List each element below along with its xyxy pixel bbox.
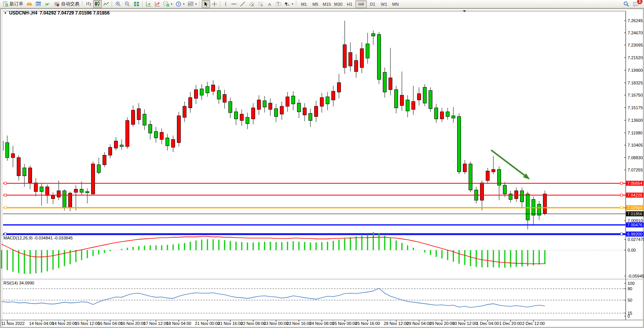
cursor-button[interactable]	[202, 0, 210, 8]
candle	[458, 116, 461, 172]
toolbar-grip[interactable]	[296, 1, 297, 7]
time-tick-label: 22 Nov 08:00	[241, 321, 265, 326]
candle	[395, 90, 398, 108]
line-chart-button[interactable]	[102, 0, 111, 8]
timeframe-D1[interactable]: D1	[367, 0, 378, 8]
crosshair-button[interactable]	[210, 0, 219, 8]
timeframe-H4[interactable]: H4	[355, 0, 367, 8]
candle	[200, 89, 204, 95]
candle	[103, 155, 106, 165]
horizontal-line-icon	[231, 1, 237, 7]
timeframe-M15[interactable]: M15	[321, 0, 332, 8]
price-tick-label: 7.21520	[628, 55, 643, 60]
candle	[303, 108, 307, 115]
time-tick-label: 29 Nov 20:00	[429, 321, 454, 326]
line-handle[interactable]	[620, 207, 623, 209]
indicators-button[interactable]	[144, 0, 153, 8]
candle	[23, 168, 26, 176]
auto-trading-icon	[54, 1, 60, 7]
candle	[526, 194, 530, 220]
candle	[246, 117, 249, 124]
candlestick-chart-button[interactable]	[93, 0, 102, 8]
candle	[257, 100, 261, 110]
main-toolbar: 新订单 自动交易 ▾ ▾	[0, 0, 644, 8]
horizontal-line-button[interactable]	[230, 0, 238, 8]
cursor-icon	[203, 1, 209, 7]
candle	[309, 113, 312, 121]
candle	[440, 112, 444, 119]
line-handle[interactable]	[620, 233, 623, 235]
candle	[149, 124, 152, 133]
zoom-in-button[interactable]	[114, 0, 123, 8]
notifications-button[interactable]: 1	[631, 0, 641, 8]
arrows-button[interactable]: ▾	[283, 0, 295, 8]
line-handle[interactable]	[4, 182, 6, 184]
signals-button[interactable]	[43, 0, 52, 8]
chevron-down-icon: ▾	[183, 2, 185, 6]
candle	[372, 34, 375, 36]
timeframe-M5[interactable]: M5	[310, 0, 321, 8]
new-chart-button[interactable]: ▾	[162, 0, 174, 8]
line-handle[interactable]	[4, 233, 6, 235]
line-handle[interactable]	[4, 207, 6, 209]
fibonacci-button[interactable]: F	[256, 0, 265, 8]
bar-chart-button[interactable]	[84, 0, 93, 8]
toolbar-grip[interactable]	[82, 1, 83, 7]
candle	[423, 87, 427, 103]
gold-button[interactable]	[25, 0, 34, 8]
periods-button[interactable]: ▾	[174, 0, 186, 8]
crosshair-icon	[212, 1, 217, 7]
line-handle[interactable]	[620, 182, 623, 184]
market-watch-button[interactable]	[34, 0, 43, 8]
search-button[interactable]	[622, 0, 631, 8]
line-handle[interactable]	[4, 194, 6, 196]
search-icon	[623, 1, 630, 7]
timeframe-MN[interactable]: MN	[390, 0, 401, 8]
toolbar-grip[interactable]	[199, 1, 200, 7]
candle	[114, 141, 118, 148]
auto-trading-button[interactable]: 自动交易	[52, 0, 81, 8]
equidistant-channel-icon: E	[249, 1, 255, 7]
chart-template-icon	[188, 1, 194, 7]
candle	[240, 114, 244, 121]
zoom-out-button[interactable]	[123, 0, 132, 8]
time-tick-label: 11 Nov 2022	[1, 321, 25, 326]
equidistant-channel-button[interactable]: E	[247, 0, 256, 8]
candle	[6, 142, 9, 157]
candle	[343, 45, 347, 68]
time-tick-label: 16 Nov 20:00	[120, 321, 145, 326]
timeframe-W1[interactable]: W1	[378, 0, 390, 8]
tile-windows-button[interactable]	[132, 0, 141, 8]
price-tick-label: 7.13600	[628, 118, 643, 123]
chart-canvas[interactable]: 7.262457.246707.230957.215207.199007.183…	[0, 0, 644, 328]
symbol-dropdown-icon[interactable]: ▼	[4, 11, 7, 15]
text-button[interactable]: A	[265, 0, 274, 8]
trendline-button[interactable]	[238, 0, 247, 8]
candle	[377, 34, 381, 79]
svg-text:F: F	[261, 4, 263, 7]
candle	[189, 98, 192, 108]
indicator-list-button[interactable]	[153, 0, 162, 8]
candle	[463, 164, 467, 172]
text-label-button[interactable]: T	[274, 0, 283, 8]
new-order-button[interactable]: 新订单	[1, 0, 25, 8]
vertical-line-button[interactable]	[222, 0, 230, 8]
timeframe-H1[interactable]: H1	[344, 0, 355, 8]
candle	[538, 204, 541, 215]
price-tick-label: 7.26245	[628, 18, 643, 23]
time-tick-label: 21 Nov 16:00	[218, 321, 243, 326]
templates-button[interactable]: ▾	[186, 0, 198, 8]
candle	[366, 44, 369, 58]
candle	[194, 90, 198, 99]
toolbar-separator	[220, 1, 221, 7]
symbol-label: USDCNH-,H4	[9, 10, 37, 16]
macd-axis-label: 0.00	[628, 248, 636, 252]
timeframe-M1[interactable]: M1	[298, 0, 310, 8]
new-order-icon	[3, 1, 8, 7]
time-tick-label: 25 Nov 00:00	[332, 321, 357, 326]
line-handle[interactable]	[620, 194, 623, 196]
timeframe-M30[interactable]: M30	[332, 0, 344, 8]
time-tick-label: 17 Nov 12:00	[143, 321, 168, 326]
candle	[492, 170, 495, 172]
gold-ingot-icon	[26, 1, 32, 7]
